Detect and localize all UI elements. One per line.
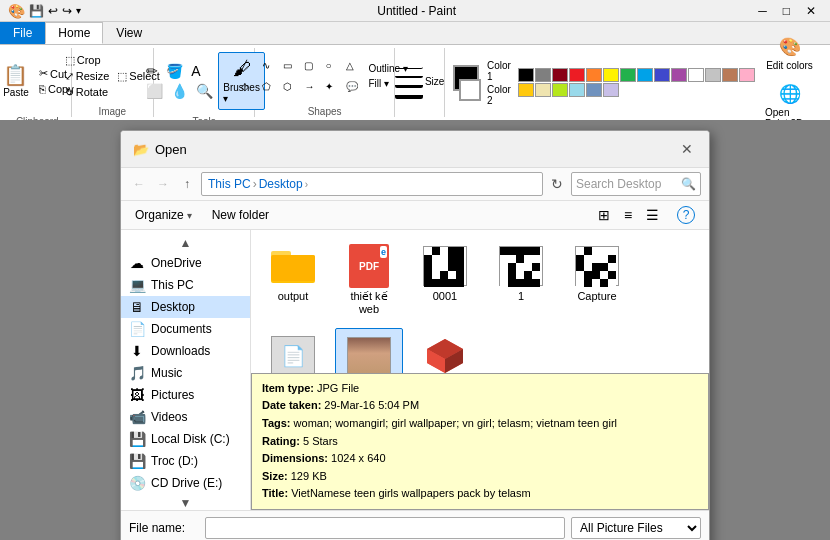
- sidebar-label-pictures: Pictures: [151, 388, 194, 402]
- edit-colors-button[interactable]: 🎨 Edit colors: [761, 32, 818, 75]
- paint-canvas[interactable]: 📂 Open ✕ ← → ↑ This PC › Desktop ›: [0, 120, 830, 540]
- dialog-sidebar: ▲ ☁ OneDrive 💻 This PC 🖥 Desktop 📄 Docum…: [121, 230, 251, 510]
- pencil-tool[interactable]: ✏: [143, 62, 161, 80]
- breadcrumb-desktop[interactable]: Desktop: [259, 177, 303, 191]
- new-folder-button[interactable]: New folder: [206, 206, 275, 224]
- color-cell[interactable]: [739, 68, 755, 82]
- sidebar-item-thispc[interactable]: 💻 This PC: [121, 274, 250, 296]
- maximize-btn[interactable]: □: [777, 4, 796, 18]
- shape-pentagon[interactable]: ⬠: [259, 77, 279, 97]
- shape-diamond[interactable]: ◇: [238, 77, 258, 97]
- view-details-button[interactable]: ☰: [641, 204, 663, 226]
- size-3[interactable]: [395, 82, 423, 88]
- quick-access-redo[interactable]: ↪: [62, 4, 72, 18]
- file-item-capture[interactable]: Capture: [563, 238, 631, 320]
- sidebar-item-troc[interactable]: 💾 Troc (D:): [121, 450, 250, 472]
- text-tool[interactable]: A: [188, 62, 203, 80]
- color2-swatch[interactable]: [459, 79, 481, 101]
- magnifier-tool[interactable]: 🔍: [193, 82, 216, 100]
- dialog-fileview[interactable]: output e PDF thiết kế web 0001 1: [251, 230, 709, 510]
- color-cell[interactable]: [535, 83, 551, 97]
- size-2[interactable]: [395, 73, 423, 78]
- file-label-thietke: thiết kế web: [339, 290, 399, 316]
- shape-callout[interactable]: 💬: [343, 77, 363, 97]
- shape-roundrect[interactable]: ▢: [301, 56, 321, 76]
- eraser-tool[interactable]: ⬜: [143, 82, 166, 100]
- filetype-select[interactable]: All Picture Files JPEG (*.jpg) PNG (*.pn…: [571, 517, 701, 539]
- dialog-folder-icon: 📂: [133, 142, 149, 157]
- sidebar-scroll-down[interactable]: ▼: [121, 494, 250, 510]
- sidebar-item-documents[interactable]: 📄 Documents: [121, 318, 250, 340]
- color-cell[interactable]: [552, 83, 568, 97]
- quick-access-save[interactable]: 💾: [29, 4, 44, 18]
- quick-access-undo[interactable]: ↩: [48, 4, 58, 18]
- sidebar-item-cddrive[interactable]: 💿 CD Drive (E:): [121, 472, 250, 494]
- color-cell[interactable]: [637, 68, 653, 82]
- file-item-thietke[interactable]: e PDF thiết kế web: [335, 238, 403, 320]
- shape-line[interactable]: ╱: [238, 56, 258, 76]
- color-cell[interactable]: [722, 68, 738, 82]
- dialog-bottom: File name: All Picture Files JPEG (*.jpg…: [121, 510, 709, 540]
- tab-file[interactable]: File: [0, 22, 45, 44]
- shape-rect[interactable]: ▭: [280, 56, 300, 76]
- sidebar-item-downloads[interactable]: ⬇ Downloads: [121, 340, 250, 362]
- color-cell[interactable]: [586, 83, 602, 97]
- shape-star4[interactable]: ✦: [322, 77, 342, 97]
- help-button[interactable]: ?: [671, 204, 701, 226]
- view-list-button[interactable]: ≡: [617, 204, 639, 226]
- color-cell[interactable]: [569, 68, 585, 82]
- color-cell[interactable]: [620, 68, 636, 82]
- sidebar-scroll-up[interactable]: ▲: [121, 234, 250, 252]
- sidebar-item-videos[interactable]: 📹 Videos: [121, 406, 250, 428]
- size-4[interactable]: [395, 92, 423, 99]
- search-box[interactable]: Search Desktop 🔍: [571, 172, 701, 196]
- color-cell[interactable]: [688, 68, 704, 82]
- sidebar-item-music[interactable]: 🎵 Music: [121, 362, 250, 384]
- color-cell[interactable]: [603, 83, 619, 97]
- filename-input[interactable]: [205, 517, 565, 539]
- organize-button[interactable]: Organize ▾: [129, 206, 198, 224]
- size-1[interactable]: [395, 65, 423, 69]
- paste-button[interactable]: 📋 Paste: [0, 52, 34, 110]
- shape-triangle[interactable]: △: [343, 56, 363, 76]
- color-cell[interactable]: [535, 68, 551, 82]
- close-btn[interactable]: ✕: [800, 4, 822, 18]
- file-item-output[interactable]: output: [259, 238, 327, 320]
- dialog-close-button[interactable]: ✕: [677, 139, 697, 159]
- shape-curve[interactable]: ∿: [259, 56, 279, 76]
- color-cell[interactable]: [603, 68, 619, 82]
- fill-tool[interactable]: 🪣: [163, 62, 186, 80]
- minimize-btn[interactable]: ─: [752, 4, 773, 18]
- color-cell[interactable]: [569, 83, 585, 97]
- file-item-0001[interactable]: 0001: [411, 238, 479, 320]
- color-cell[interactable]: [552, 68, 568, 82]
- nav-forward-button[interactable]: →: [153, 174, 173, 194]
- color-cell[interactable]: [705, 68, 721, 82]
- color-picker-tool[interactable]: 💧: [168, 82, 191, 100]
- breadcrumb-thispc[interactable]: This PC: [208, 177, 251, 191]
- shape-hexagon[interactable]: ⬡: [280, 77, 300, 97]
- quick-access-dropdown[interactable]: ▾: [76, 5, 81, 16]
- sidebar-item-onedrive[interactable]: ☁ OneDrive: [121, 252, 250, 274]
- tab-view[interactable]: View: [103, 22, 155, 44]
- shape-ellipse[interactable]: ○: [322, 56, 342, 76]
- shape-arrow[interactable]: →: [301, 77, 321, 97]
- color-cell[interactable]: [586, 68, 602, 82]
- nav-up-button[interactable]: ↑: [177, 174, 197, 194]
- sidebar-item-pictures[interactable]: 🖼 Pictures: [121, 384, 250, 406]
- color-cell[interactable]: [671, 68, 687, 82]
- color-cell[interactable]: [654, 68, 670, 82]
- resize-button[interactable]: ⤢ Resize: [62, 69, 113, 84]
- breadcrumb-arrow[interactable]: ›: [305, 179, 308, 190]
- file-item-1[interactable]: 1: [487, 238, 555, 320]
- color-cell[interactable]: [518, 68, 534, 82]
- sidebar-item-desktop[interactable]: 🖥 Desktop: [121, 296, 250, 318]
- refresh-button[interactable]: ↻: [547, 174, 567, 194]
- nav-back-button[interactable]: ←: [129, 174, 149, 194]
- sidebar-item-localdisk[interactable]: 💾 Local Disk (C:): [121, 428, 250, 450]
- tab-home[interactable]: Home: [45, 22, 103, 44]
- crop-button[interactable]: ⬚ Crop: [62, 53, 113, 68]
- rotate-button[interactable]: ↻ Rotate: [62, 85, 113, 100]
- color-cell[interactable]: [518, 83, 534, 97]
- view-grid-button[interactable]: ⊞: [593, 204, 615, 226]
